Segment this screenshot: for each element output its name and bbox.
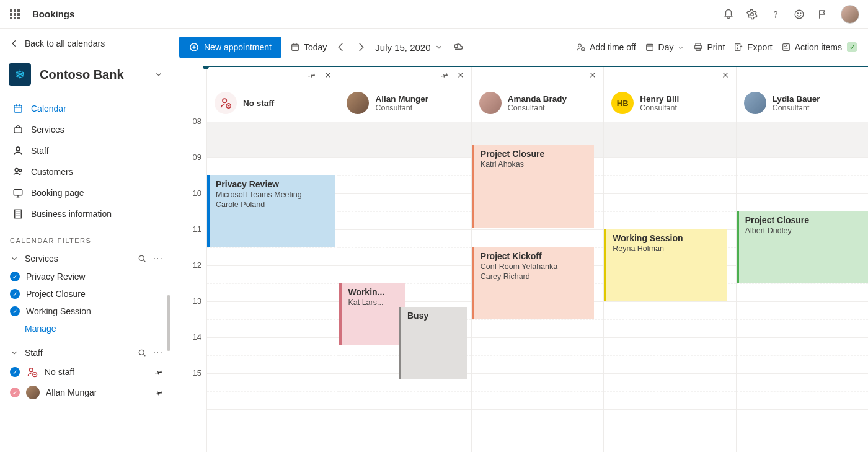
action-items-button[interactable]: Action items ✓	[781, 42, 857, 52]
service-filter-item[interactable]: ✓Working Session	[7, 303, 166, 320]
svg-point-9	[19, 169, 22, 172]
manage-link[interactable]: Manage	[7, 320, 166, 337]
new-appointment-label: New appointment	[204, 42, 272, 52]
gear-icon[interactable]	[746, 9, 758, 20]
nav-item-booking-page[interactable]: Booking page	[7, 182, 166, 203]
close-icon[interactable]	[588, 71, 597, 79]
day-grid[interactable]: Workin...Kat Lars...Busy	[339, 122, 471, 452]
staff-column-header[interactable]: Allan MungerConsultant	[339, 84, 471, 122]
staff-column: Amanda BradyConsultantProject ClosureKat…	[471, 66, 603, 452]
svg-point-13	[139, 350, 144, 355]
appointment-event[interactable]: Project ClosureAlbert Dudley	[737, 211, 868, 283]
back-to-calendars-link[interactable]: Back to all calendars	[7, 36, 166, 60]
nav-item-staff[interactable]: Staff	[7, 140, 166, 161]
event-detail: Reyna Holman	[613, 244, 720, 253]
checkbox-checked-icon[interactable]: ✓	[10, 289, 20, 299]
export-button[interactable]: Export	[733, 42, 772, 52]
appointment-event[interactable]: Working SessionReyna Holman	[604, 229, 726, 301]
staff-filter-header[interactable]: Staff ···	[7, 343, 166, 362]
pin-icon[interactable]	[153, 386, 164, 398]
print-button[interactable]: Print	[693, 42, 725, 52]
view-selector[interactable]: Day	[645, 42, 685, 52]
staff-column-header[interactable]: HBHenry BillConsultant	[604, 84, 735, 122]
pin-icon[interactable]	[306, 69, 318, 81]
calendar-today-icon	[290, 42, 300, 52]
svg-rect-24	[696, 48, 701, 50]
svg-point-2	[795, 10, 804, 19]
svg-rect-21	[646, 44, 653, 50]
bell-icon[interactable]	[723, 9, 734, 20]
help-icon[interactable]	[770, 9, 781, 20]
day-grid[interactable]: Project ClosureAlbert Dudley	[737, 122, 868, 452]
appointment-event[interactable]: Busy	[399, 307, 467, 379]
add-time-off-button[interactable]: Add time off	[576, 42, 636, 52]
nav-item-business-information[interactable]: Business information	[7, 203, 166, 224]
staff-column: Lydia BauerConsultantProject ClosureAlbe…	[736, 66, 868, 452]
more-icon[interactable]: ···	[153, 347, 163, 358]
print-label: Print	[707, 42, 725, 52]
nav-item-customers[interactable]: Customers	[7, 161, 166, 182]
search-icon[interactable]	[137, 254, 147, 264]
user-avatar[interactable]	[841, 5, 859, 24]
flag-icon[interactable]	[817, 9, 828, 20]
staff-column-header[interactable]: Amanda BradyConsultant	[472, 84, 603, 122]
svg-point-27	[223, 99, 226, 102]
staff-role: Consultant	[640, 104, 679, 112]
checkbox-checked-icon[interactable]: ✓	[10, 272, 20, 281]
checkbox-checked-icon[interactable]: ✓	[10, 306, 20, 316]
building-icon	[12, 208, 24, 219]
checkbox-checked-icon[interactable]: ✓	[10, 367, 20, 377]
event-title: Busy	[407, 311, 461, 321]
today-button[interactable]: Today	[290, 42, 327, 52]
services-filter-header[interactable]: Services ···	[7, 249, 166, 268]
svg-point-3	[797, 12, 798, 13]
calendar-selector[interactable]: ❄ Contoso Bank	[7, 60, 166, 97]
staff-header-label: Staff	[25, 348, 43, 358]
staff-role: Consultant	[375, 104, 428, 112]
weather-icon[interactable]	[452, 41, 464, 53]
close-icon[interactable]	[324, 71, 332, 79]
appointment-event[interactable]: Privacy ReviewMicrosoft Teams MeetingCar…	[207, 175, 335, 247]
staff-filter-item[interactable]: ✓Allan Mungar	[7, 382, 166, 403]
prev-arrow-icon[interactable]	[335, 42, 347, 53]
nav-item-calendar[interactable]: Calendar	[7, 98, 166, 119]
staff-column-header[interactable]: Lydia BauerConsultant	[737, 84, 868, 122]
service-filter-item[interactable]: ✓Privacy Review	[7, 268, 166, 285]
staff-avatar	[347, 92, 369, 114]
appointment-event[interactable]: Project KickoffConf Room YelahankaCarey …	[472, 247, 594, 319]
filters-section-label: CALENDAR FILTERS	[10, 237, 166, 244]
pin-icon[interactable]	[438, 69, 450, 81]
chevron-down-icon	[10, 348, 19, 357]
more-icon[interactable]: ···	[153, 253, 163, 264]
now-indicator	[206, 66, 868, 67]
staff-filter-item[interactable]: ✓No staff	[7, 362, 166, 382]
event-title: Project Closure	[745, 215, 862, 225]
new-appointment-button[interactable]: New appointment	[179, 37, 281, 58]
close-icon[interactable]	[456, 71, 465, 79]
day-grid[interactable]: Privacy ReviewMicrosoft Teams MeetingCar…	[207, 122, 339, 452]
svg-rect-5	[14, 105, 22, 112]
svg-point-1	[775, 16, 776, 17]
chevron-down-icon	[677, 43, 684, 51]
brand-name: Contoso Bank	[40, 68, 146, 82]
day-grid[interactable]: Working SessionReyna Holman	[604, 122, 735, 452]
close-icon[interactable]	[721, 71, 730, 79]
nav-item-services[interactable]: Services	[7, 119, 166, 140]
monitor-icon	[12, 187, 24, 198]
search-icon[interactable]	[137, 348, 147, 358]
checkbox-checked-icon[interactable]: ✓	[10, 388, 20, 397]
app-launcher-icon[interactable]	[9, 8, 21, 20]
date-selector[interactable]: July 15, 2020	[375, 42, 443, 53]
appointment-event[interactable]: Project ClosureKatri Ahokas	[472, 145, 594, 228]
pin-icon[interactable]	[153, 366, 164, 378]
next-arrow-icon[interactable]	[355, 42, 366, 53]
appointment-event[interactable]: Workin...Kat Lars...	[339, 283, 405, 345]
nav-label: Booking page	[31, 188, 84, 198]
calendar-grid: 0809101112131415 No staffPrivacy ReviewM…	[174, 66, 868, 452]
day-grid[interactable]: Project ClosureKatri AhokasProject Kicko…	[472, 122, 603, 452]
emoji-icon[interactable]	[794, 9, 805, 20]
service-filter-item[interactable]: ✓Project Closure	[7, 285, 166, 303]
staff-column-header[interactable]: No staff	[207, 84, 339, 122]
chevron-down-icon	[154, 70, 163, 79]
scrollbar[interactable]	[167, 295, 170, 351]
